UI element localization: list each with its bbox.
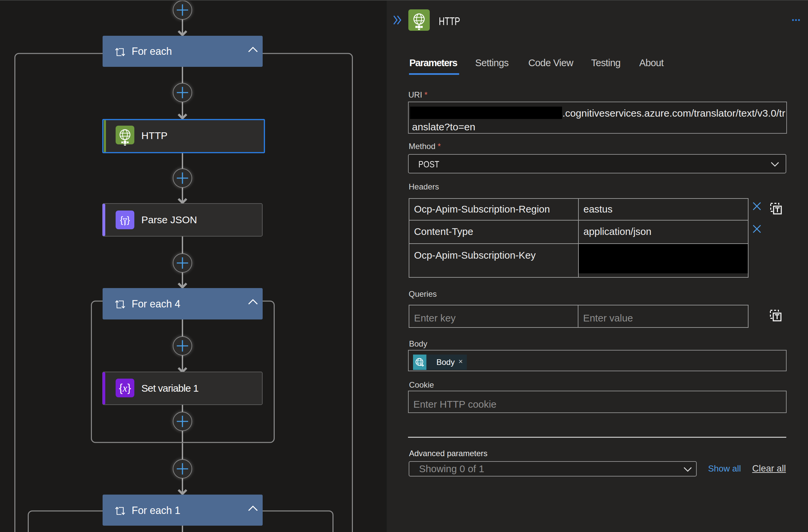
svg-text:For each 4: For each 4 — [132, 298, 181, 309]
svg-text:HTTP: HTTP — [141, 130, 167, 141]
svg-text:For each: For each — [132, 45, 172, 57]
svg-text:{: { — [120, 215, 123, 225]
svg-text:For each 1: For each 1 — [132, 505, 181, 516]
svg-text:{x}: {x} — [119, 382, 131, 394]
svg-text:}: } — [127, 215, 130, 225]
svg-text:Parse JSON: Parse JSON — [141, 214, 197, 225]
svg-text:Set variable 1: Set variable 1 — [141, 383, 199, 394]
